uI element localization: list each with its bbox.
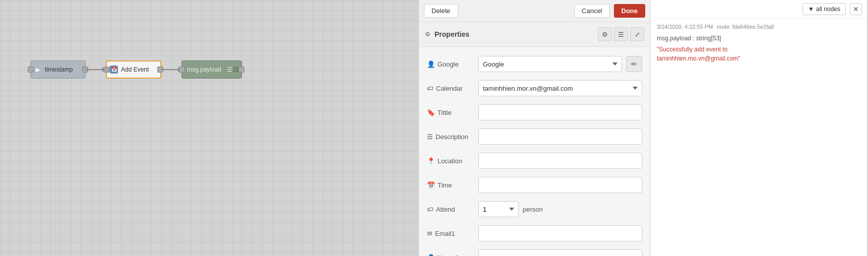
add-event-label: Add Event [121,66,149,73]
panel-doc-button[interactable]: ☰ [614,27,628,41]
time-label: 📅 Time [427,181,472,189]
name1-input[interactable]: ABC [478,249,642,256]
timestamp-icon: ▶ [34,66,42,74]
panel-title: Properties [435,30,594,38]
square-icon [233,67,238,72]
email1-row: ✉ Email1 abc@example.com [419,221,650,245]
attend-unit: person [523,206,543,213]
debug-close-button[interactable]: ✕ [850,3,862,15]
doc-icon: ☰ [618,31,624,38]
properties-gear-icon: ⚙ [425,31,430,38]
calendar-label: 🏷 Calendar [427,85,472,92]
panel-header: ⚙ Properties ⚙ ☰ ⤢ [419,22,650,47]
close-icon: ✕ [853,5,859,13]
add-event-node[interactable]: 📅 Add Event [106,60,161,79]
calendar-row: 🏷 Calendar taminhhien.mor.vn@gmail.com [419,76,650,100]
name1-row: 👤 Name1 ABC [419,245,650,256]
debug-message: "Successfully add event to taminhhien.mo… [657,45,861,63]
debug-panel: ▼ all nodes ✕ 3/24/2020, 4:22:55 PM node… [650,0,867,256]
google-edit-button[interactable]: ✏ [626,56,642,72]
google-row: 👤 Google Google ✏ [419,52,650,76]
calendar-icon: 📅 [427,181,435,189]
timestamp-label: timestamp [45,66,73,73]
person-icon: 👤 [427,254,435,257]
time-row: 📅 Time 03/24/2020 12:00 AM - 03/25/2020 … [419,173,650,197]
cancel-button[interactable]: Cancel [574,4,609,18]
msg-payload-port-right [238,67,244,73]
tag2-icon: 🏷 [427,206,433,213]
attend-label: 🏷 Attend [427,206,472,213]
filter-label: all nodes [816,6,840,13]
location-input[interactable]: Ho Chi Minh [478,153,642,169]
msg-payload-node-box[interactable]: msg.payload ☰ [181,60,242,79]
attend-row: 🏷 Attend 1 person [419,197,650,221]
pencil-icon: ✏ [631,60,637,68]
connector-2 [161,69,181,70]
calendar-icon: 📅 [110,66,118,74]
export-icon: ⤢ [635,31,640,38]
attend-controls: 1 person [478,201,543,217]
title-input[interactable]: Test title [478,104,642,120]
timestamp-port-left [28,67,34,73]
panel-gear-button[interactable]: ⚙ [598,27,612,41]
filter-icon: ▼ [808,6,814,13]
timestamp-node[interactable]: ▶ timestamp [30,60,86,79]
name1-label: 👤 Name1 [427,254,472,257]
done-button[interactable]: Done [614,4,646,18]
gear-icon: ⚙ [602,31,608,38]
add-event-node-box[interactable]: 📅 Add Event [106,60,161,79]
google-select[interactable]: Google [478,56,622,72]
email1-input[interactable]: abc@example.com [478,225,642,241]
list-icon: ☰ [427,133,433,141]
email-icon: ✉ [427,230,432,237]
calendar-select[interactable]: taminhhien.mor.vn@gmail.com [478,80,642,96]
debug-payload-type: msg.payload : string[53] [657,34,861,43]
description-row: ☰ Description This is description [419,124,650,149]
properties-panel: Delete Cancel Done ⚙ Properties ⚙ ☰ ⤢ 👤 … [418,0,650,256]
location-label: 📍 Location [427,157,472,165]
panel-toolbar: Delete Cancel Done [419,0,650,22]
user-icon: 👤 [427,60,435,68]
debug-toolbar: ▼ all nodes ✕ [651,0,867,19]
msg-payload-node[interactable]: msg.payload ☰ [181,60,242,79]
msg-payload-label: msg.payload [187,66,221,73]
filter-button[interactable]: ▼ all nodes [802,3,846,15]
pin-icon: 📍 [427,157,435,165]
title-label: 🔖 Tittle [427,109,472,116]
connector-1 [86,69,106,70]
panel-content: 👤 Google Google ✏ 🏷 Calendar taminhhien.… [419,47,650,256]
panel-header-icons: ⚙ ☰ ⤢ [598,27,644,41]
location-row: 📍 Location Ho Chi Minh [419,149,650,173]
canvas-area: ▶ timestamp 📅 Add Event msg.payload [0,0,418,256]
description-input[interactable]: This is description [478,129,642,145]
debug-node-info: node: fda646ee.5e2fa8 [717,24,774,32]
time-input[interactable]: 03/24/2020 12:00 AM - 03/25/2020 11:59 P… [478,177,642,193]
bookmark-icon: 🔖 [427,109,435,116]
flow-diagram: ▶ timestamp 📅 Add Event msg.payload [30,60,242,79]
delete-button[interactable]: Delete [424,4,458,18]
panel-export-button[interactable]: ⤢ [630,27,644,41]
email1-label: ✉ Email1 [427,230,472,237]
description-label: ☰ Description [427,133,472,141]
list-icon: ☰ [227,66,232,73]
title-row: 🔖 Tittle Test title [419,100,650,124]
msg-payload-icons: ☰ [227,66,238,73]
timestamp-node-box[interactable]: ▶ timestamp [30,60,86,79]
google-label: 👤 Google [427,60,472,68]
msg-payload-port-left [179,67,185,73]
debug-content: 3/24/2020, 4:22:55 PM node: fda646ee.5e2… [651,19,867,256]
attend-select[interactable]: 1 [478,201,519,217]
debug-timestamp: 3/24/2020, 4:22:55 PM [657,24,713,30]
tag-icon: 🏷 [427,85,433,92]
add-event-port-left [104,67,110,73]
debug-header-row: 3/24/2020, 4:22:55 PM node: fda646ee.5e2… [657,24,861,32]
